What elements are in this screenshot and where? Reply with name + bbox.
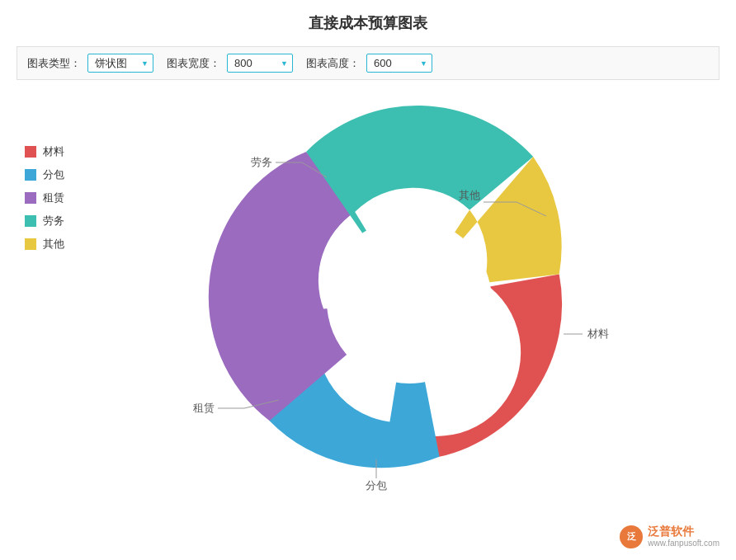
legend-label-labor: 劳务 xyxy=(43,214,64,228)
brand-name: 泛普软件 xyxy=(648,525,719,539)
chart-height-label: 图表高度： xyxy=(306,56,360,71)
legend-item-subcontract: 分包 xyxy=(25,167,83,182)
chart-height-select[interactable]: 400 500 600 700 xyxy=(366,54,432,73)
brand-text-container: 泛普软件 www.fanpusoft.com xyxy=(648,525,719,548)
chart-height-select-wrapper: 400 500 600 700 xyxy=(366,54,432,73)
toolbar: 图表类型： 饼状图 柱状图 折线图 图表宽度： 600 700 800 900 xyxy=(17,46,719,80)
legend-item-rental: 租赁 xyxy=(25,191,83,205)
legend-dot-labor xyxy=(25,215,36,227)
legend-label-subcontract: 分包 xyxy=(43,167,64,182)
legend-dot-material xyxy=(25,146,36,158)
brand-url: www.fanpusoft.com xyxy=(648,539,719,548)
brand-icon-text: 泛 xyxy=(627,530,636,543)
legend-dot-other xyxy=(25,238,36,250)
legend-item-other: 其他 xyxy=(25,237,83,252)
legend-label-other: 其他 xyxy=(43,237,64,252)
legend: 材料 分包 租赁 劳务 其他 xyxy=(25,144,83,252)
chart-area: 材料 分包 租赁 劳务 其他 xyxy=(17,95,719,491)
chart-width-label: 图表宽度： xyxy=(167,56,220,71)
legend-dot-subcontract xyxy=(25,169,36,181)
chart-width-select-wrapper: 600 700 800 900 xyxy=(227,54,293,73)
chart-width-select[interactable]: 600 700 800 900 xyxy=(227,54,293,73)
label-text-rental: 租赁 xyxy=(193,402,215,414)
legend-item-labor: 劳务 xyxy=(25,214,83,228)
donut-chart-svg: 其他 材料 分包 租赁 劳务 xyxy=(162,95,657,491)
legend-dot-rental xyxy=(25,192,36,204)
donut-chart-container: 其他 材料 分包 租赁 劳务 xyxy=(99,95,719,491)
brand-icon: 泛 xyxy=(620,525,643,548)
page-container: 直接成本预算图表 图表类型： 饼状图 柱状图 折线图 图表宽度： 600 700… xyxy=(0,0,736,560)
chart-width-group: 图表宽度： 600 700 800 900 xyxy=(167,54,293,73)
donut-hole xyxy=(327,219,492,384)
legend-item-material: 材料 xyxy=(25,144,83,159)
legend-label-rental: 租赁 xyxy=(43,191,64,205)
label-text-other: 其他 xyxy=(459,189,480,201)
legend-label-material: 材料 xyxy=(43,144,64,159)
label-text-labor: 劳务 xyxy=(251,156,272,168)
chart-type-select-wrapper: 饼状图 柱状图 折线图 xyxy=(87,54,153,73)
chart-type-select[interactable]: 饼状图 柱状图 折线图 xyxy=(87,54,153,73)
chart-height-group: 图表高度： 400 500 600 700 xyxy=(306,54,432,73)
brand-footer: 泛 泛普软件 www.fanpusoft.com xyxy=(620,525,719,548)
chart-type-label: 图表类型： xyxy=(27,56,81,71)
page-title: 直接成本预算图表 xyxy=(17,13,719,33)
label-text-subcontract: 分包 xyxy=(366,479,387,491)
label-text-material: 材料 xyxy=(587,327,609,340)
chart-type-group: 图表类型： 饼状图 柱状图 折线图 xyxy=(27,54,153,73)
